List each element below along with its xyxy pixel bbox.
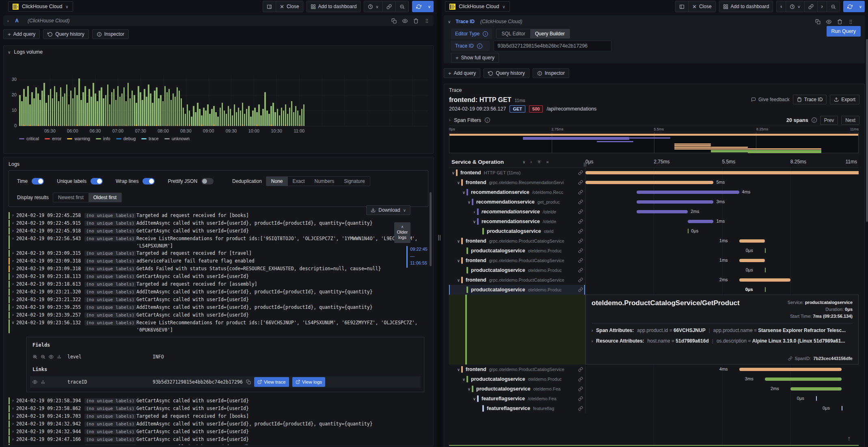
chevron-right-icon[interactable]: ›	[10, 405, 16, 412]
legend-item-trace[interactable]: trace	[141, 136, 158, 141]
collapse-query-icon[interactable]: ∨	[448, 20, 451, 24]
chevron-right-icon[interactable]: ›	[10, 296, 16, 304]
log-row[interactable]: ›2024-02-19 09:23:09.318(no unique label…	[9, 265, 424, 273]
span-name-column[interactable]: ∨recommendationserviceget_produc	[449, 197, 585, 207]
collapse-one-icon[interactable]: ∨	[523, 160, 525, 164]
span-row[interactable]: ∨recommendationservice/oteldemo.Recc4ms	[449, 187, 859, 197]
span-timeline-cell[interactable]: 0μs	[585, 404, 859, 413]
chevron-down-icon[interactable]: ∨	[451, 171, 456, 175]
chevron-down-icon[interactable]: ∨	[461, 377, 466, 382]
span-name-column[interactable]: productcatalogserviceoteldemo.Produc	[449, 265, 585, 275]
log-time-range-indicator[interactable]: 09:22:45 — 11:06:55	[406, 246, 428, 268]
span-row[interactable]: ∨recommendationservice/otelde1ms	[449, 217, 859, 226]
chevron-right-icon[interactable]: ›	[10, 436, 16, 443]
chevron-down-icon[interactable]: ∨	[472, 219, 477, 224]
span-attributes-row[interactable]: ›Span Attributes:app.product.id = 66VCHS…	[592, 328, 853, 333]
span-timeline-cell[interactable]: 0μs	[585, 394, 859, 404]
span-link-icon[interactable]	[578, 209, 583, 214]
log-row[interactable]: ›2024-02-19 09:23:21.322(no unique label…	[9, 296, 424, 304]
delete-query-icon[interactable]	[413, 18, 419, 24]
toggle-query-icon[interactable]	[826, 19, 831, 24]
dedup-option-exact[interactable]: Exact	[288, 177, 310, 186]
span-row[interactable]: ∨featureflagservice/oteldemo.Fea0μs	[449, 394, 859, 404]
log-row[interactable]: ›2024-02-19 09:24:19.703(no unique label…	[9, 412, 424, 420]
span-link-icon[interactable]	[578, 278, 583, 282]
chevron-right-icon[interactable]: ›	[10, 265, 16, 273]
chevron-right-icon[interactable]: ›	[10, 397, 16, 405]
span-name-column[interactable]: ∨frontendgrpc.oteldemo.ProductCatalogSer…	[449, 365, 585, 374]
trace-id-input[interactable]: 93b5d327129815e4bb26bc74e2b17296	[494, 41, 611, 51]
trace-minimap[interactable]	[449, 132, 859, 153]
right-query-history-button[interactable]: Query history	[484, 68, 529, 78]
copy-icon[interactable]	[246, 380, 251, 384]
span-name-column[interactable]: ›recommendationservice/otelde	[449, 207, 585, 217]
log-row[interactable]: ›2024-02-19 09:22:45.918(no unique label…	[9, 227, 424, 235]
log-row[interactable]: ›2024-02-19 09:23:21.320(no unique label…	[9, 288, 424, 296]
chevron-right-icon[interactable]: ›	[472, 210, 477, 214]
right-pane-scrollbar[interactable]	[866, 39, 868, 222]
log-row[interactable]: ›2024-02-19 09:24:32.942(no unique label…	[9, 420, 424, 428]
view-logs-button[interactable]: View logs	[292, 377, 326, 387]
collapse-query-icon[interactable]: ›	[7, 19, 9, 23]
span-row[interactable]: ∨frontendgrpc.oteldemo.ProductCatalogSer…	[449, 236, 859, 246]
span-name-column[interactable]: ∨frontendgrpc.oteldemo.ProductCatalogSer…	[449, 256, 585, 265]
chevron-right-icon[interactable]: ›	[10, 420, 16, 428]
chevron-down-icon[interactable]: ∨	[456, 278, 461, 282]
unique-labels-toggle[interactable]	[91, 178, 103, 184]
duplicate-query-icon[interactable]	[815, 19, 820, 24]
span-link-icon[interactable]	[578, 239, 583, 243]
span-name-column[interactable]: ∨frontendgrpc.oteldemo.RecommendationSer…	[449, 178, 585, 187]
legend-item-unknown[interactable]: unknown	[164, 136, 190, 141]
toggle-query-icon[interactable]	[402, 18, 408, 24]
log-row[interactable]: ∨2024-02-19 09:23:56.132(no unique label…	[9, 319, 424, 334]
drag-handle-icon[interactable]	[848, 19, 853, 24]
editor-type-query-builder[interactable]: Query Builder	[530, 29, 570, 38]
left-query-history-button[interactable]: Query history	[43, 29, 89, 39]
span-row[interactable]: ∨frontendgrpc.oteldemo.RecommendationSer…	[449, 178, 859, 187]
search-plus-icon[interactable]	[32, 354, 37, 359]
show-full-query-button[interactable]: +Show full query	[451, 53, 499, 63]
expand-all-icon[interactable]: »	[546, 160, 549, 164]
eye-icon[interactable]	[49, 354, 54, 359]
log-row[interactable]: ›2024-02-19 09:22:45.258(no unique label…	[9, 212, 424, 219]
span-row[interactable]: ∨frontendgrpc.oteldemo.ProductCatalogSer…	[449, 256, 859, 265]
right-add-to-dashboard-button[interactable]: Add to dashboard	[719, 1, 773, 12]
span-timeline-cell[interactable]: 1ms	[585, 236, 859, 246]
span-name-column[interactable]: ∨frontendHTTP GET (11ms)	[449, 168, 585, 178]
left-close-button[interactable]: ✕Close	[276, 1, 303, 12]
run-query-button[interactable]: Run Query	[827, 26, 861, 37]
left-run-query-button[interactable]	[412, 1, 425, 12]
right-share-link-button[interactable]	[805, 1, 818, 12]
left-run-interval-dropdown[interactable]: ∨	[425, 1, 433, 12]
time-shift-left-button[interactable]: ‹	[777, 1, 786, 12]
log-row[interactable]: ›2024-02-19 09:24:32.944(no unique label…	[9, 428, 424, 436]
chevron-right-icon[interactable]: ›	[10, 227, 16, 235]
right-zoom-out-button[interactable]	[827, 1, 840, 12]
right-run-query-button[interactable]	[844, 1, 857, 12]
span-link-icon[interactable]	[578, 200, 583, 204]
span-row[interactable]: ∨productcatalogserviceoteldemo.Fea2ms	[449, 384, 859, 394]
span-timeline-cell[interactable]: 3ms	[585, 197, 859, 207]
span-link-icon[interactable]	[578, 406, 583, 411]
chevron-right-icon[interactable]: ›	[10, 304, 16, 311]
chevron-right-icon[interactable]: ›	[10, 311, 16, 319]
log-row[interactable]: ›2024-02-19 09:23:09.315(no unique label…	[9, 250, 424, 257]
chevron-right-icon[interactable]: ›	[10, 219, 16, 227]
dedup-option-none[interactable]: None	[266, 177, 288, 186]
chevron-down-icon[interactable]: ∨	[456, 367, 461, 372]
order-option-oldest-first[interactable]: Oldest first	[89, 193, 121, 202]
stats-icon[interactable]	[57, 354, 62, 359]
log-row[interactable]: ›2024-02-19 09:22:45.915(no unique label…	[9, 219, 424, 227]
span-timeline-cell[interactable]: 1ms	[585, 217, 859, 226]
span-link-icon[interactable]	[578, 170, 583, 175]
dedup-option-numbers[interactable]: Numbers	[310, 177, 339, 186]
span-link-icon[interactable]	[578, 248, 583, 253]
chevron-down-icon[interactable]: ∨	[456, 180, 461, 185]
span-name-column[interactable]: ∨productcatalogserviceoteldemo.Produc	[449, 374, 585, 384]
legend-item-debug[interactable]: debug	[116, 136, 136, 141]
prev-span-button[interactable]: Prev	[820, 116, 838, 125]
chevron-down-icon[interactable]: ∨	[456, 258, 461, 263]
span-name-column[interactable]: ∨recommendationservice/otelde	[449, 217, 585, 226]
log-row[interactable]: ›2024-02-19 09:23:58.862(no unique label…	[9, 405, 424, 412]
chevron-down-icon[interactable]: ∨	[10, 319, 16, 334]
